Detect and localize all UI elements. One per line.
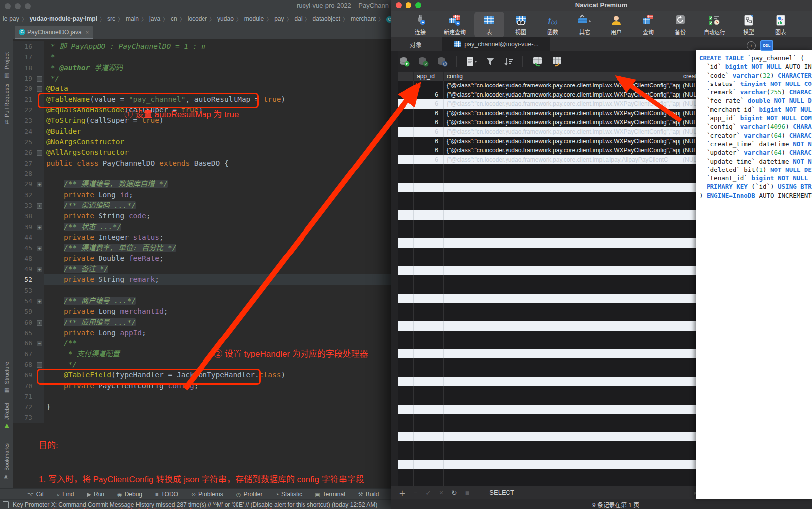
tables-button[interactable]: 表: [474, 12, 504, 37]
row-gutter-cell[interactable]: [398, 432, 413, 442]
tool-button-problems[interactable]: ⊙Problems: [191, 491, 223, 498]
model-button[interactable]: 模型: [734, 12, 764, 37]
breadcrumb-item[interactable]: src: [106, 15, 116, 22]
cell-config[interactable]: [443, 349, 680, 358]
row-gutter-cell[interactable]: [398, 312, 413, 322]
cell-config[interactable]: [443, 451, 680, 460]
cell-app-id[interactable]: [413, 256, 443, 266]
fold-expand-icon[interactable]: +: [37, 203, 42, 209]
cell-app-id[interactable]: [413, 405, 443, 414]
cell-app-id[interactable]: 6: [413, 137, 443, 146]
fold-expand-icon[interactable]: +: [37, 267, 42, 272]
functions-button[interactable]: f(x) 函数: [538, 12, 568, 37]
row-gutter-cell[interactable]: [398, 340, 413, 349]
breadcrumb-item[interactable]: CPayChan: [385, 14, 391, 23]
fold-expand-icon[interactable]: +: [37, 299, 42, 304]
cell-app-id[interactable]: [413, 294, 443, 303]
cell-app-id[interactable]: [413, 201, 443, 211]
fold-gutter[interactable]: [35, 52, 44, 62]
fold-gutter[interactable]: [35, 328, 44, 338]
intellij-traffic-lights[interactable]: [5, 3, 31, 9]
tool-button-todo[interactable]: ≡TODO: [155, 491, 178, 498]
row-gutter-cell[interactable]: [398, 275, 413, 284]
row-gutter-cell[interactable]: [398, 109, 413, 118]
cell-config[interactable]: [443, 220, 680, 229]
new-query-button[interactable]: + 新建查询: [437, 12, 472, 37]
cell-app-id[interactable]: [413, 321, 443, 331]
sidebar-item-project[interactable]: ▤Project: [0, 52, 13, 78]
row-gutter-cell[interactable]: [398, 248, 413, 257]
ddl-panel[interactable]: CREATE TABLE `pay_channel` ( `id` bigint…: [696, 50, 812, 499]
connect-button[interactable]: + 连接: [406, 12, 435, 37]
fold-gutter[interactable]: [35, 126, 44, 137]
cell-app-id[interactable]: 6: [413, 127, 443, 137]
cell-app-id[interactable]: [413, 395, 443, 405]
cell-config[interactable]: [443, 294, 680, 303]
cell-config[interactable]: [443, 173, 680, 183]
cell-app-id[interactable]: [413, 469, 443, 479]
cell-app-id[interactable]: [413, 164, 443, 173]
row-gutter-cell[interactable]: [398, 303, 413, 312]
cell-app-id[interactable]: [413, 367, 443, 377]
automation-button[interactable]: 自动运行: [697, 12, 732, 37]
row-gutter-cell[interactable]: [398, 155, 413, 165]
fold-gutter[interactable]: −: [35, 73, 44, 84]
fold-collapse-icon[interactable]: −: [37, 150, 42, 156]
cell-config[interactable]: [443, 229, 680, 239]
cell-config[interactable]: [443, 331, 680, 340]
tool-button-find[interactable]: ⌕Find: [57, 491, 74, 498]
row-gutter-cell[interactable]: [398, 479, 413, 486]
row-gutter-cell[interactable]: [398, 441, 413, 451]
fold-gutter[interactable]: +: [35, 222, 44, 232]
grid-corner-cell[interactable]: [398, 72, 413, 81]
row-gutter-cell[interactable]: [398, 183, 413, 192]
sidebar-item-structure[interactable]: ▦Structure: [0, 362, 13, 393]
cell-config[interactable]: [443, 201, 680, 211]
fold-gutter[interactable]: −: [35, 147, 44, 158]
fold-gutter[interactable]: [35, 254, 44, 264]
row-gutter-cell[interactable]: [398, 284, 413, 294]
tool-button-build[interactable]: ⚒Build: [358, 491, 379, 498]
cell-app-id[interactable]: [413, 275, 443, 284]
cell-app-id[interactable]: [413, 414, 443, 423]
cell-config[interactable]: [443, 266, 680, 275]
begin-transaction-icon[interactable]: [399, 56, 410, 67]
cell-config[interactable]: [443, 386, 680, 396]
row-gutter-cell[interactable]: [398, 321, 413, 331]
cell-config[interactable]: [443, 367, 680, 377]
cell-config[interactable]: {"@class":"cn.iocoder.yudao.framework.pa…: [443, 155, 680, 165]
tool-button-statistic[interactable]: ◔Statistic: [275, 491, 302, 498]
cell-config[interactable]: [443, 441, 680, 451]
cell-app-id[interactable]: [413, 460, 443, 469]
cell-app-id[interactable]: [413, 284, 443, 294]
fold-gutter[interactable]: +: [35, 264, 44, 274]
cell-config[interactable]: [443, 460, 680, 469]
cell-config[interactable]: [443, 423, 680, 432]
breadcrumb-item[interactable]: pay: [273, 15, 285, 22]
row-gutter-cell[interactable]: [398, 90, 413, 100]
row-gutter-cell[interactable]: [398, 423, 413, 432]
fold-gutter[interactable]: [35, 115, 44, 126]
fold-collapse-icon[interactable]: −: [37, 341, 42, 346]
cell-app-id[interactable]: [413, 331, 443, 340]
charts-button[interactable]: 图表: [766, 12, 796, 37]
row-gutter-cell[interactable]: [398, 210, 413, 220]
cell-config[interactable]: [443, 312, 680, 322]
breadcrumb-item[interactable]: merchant: [350, 15, 377, 22]
fold-gutter[interactable]: [35, 63, 44, 73]
sort-icon[interactable]: [503, 56, 514, 67]
tool-button-run[interactable]: ▶Run: [87, 491, 104, 498]
ddl-toggle-button[interactable]: DDL: [760, 40, 773, 51]
row-gutter-cell[interactable]: [398, 349, 413, 358]
row-gutter-cell[interactable]: [398, 146, 413, 155]
tab-objects[interactable]: 对象: [398, 37, 434, 51]
cell-app-id[interactable]: 6: [413, 90, 443, 100]
cell-app-id[interactable]: [413, 451, 443, 460]
row-gutter-cell[interactable]: [398, 266, 413, 275]
fold-expand-icon[interactable]: +: [37, 246, 42, 251]
fold-gutter[interactable]: [35, 105, 44, 115]
fold-collapse-icon[interactable]: −: [37, 362, 42, 368]
cell-app-id[interactable]: [413, 192, 443, 201]
fold-gutter[interactable]: +: [35, 296, 44, 306]
fold-gutter[interactable]: [35, 232, 44, 243]
